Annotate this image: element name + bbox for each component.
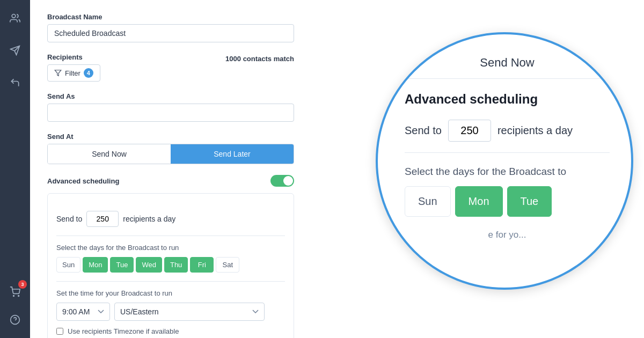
mag-footer-hint: e for yo...: [405, 230, 610, 240]
mag-send-to-row: Send to recipients a day: [405, 120, 610, 153]
mag-send-to-prefix: Send to: [405, 124, 442, 137]
cart-icon[interactable]: 3: [5, 282, 25, 302]
svg-point-0: [12, 14, 16, 18]
send-as-input[interactable]: [47, 104, 294, 122]
checkbox-row: Use recipients Timezone if available: [56, 327, 285, 335]
filter-button[interactable]: Filter 4: [47, 64, 100, 82]
mag-title: Advanced scheduling: [405, 92, 610, 107]
filter-label: Filter: [65, 69, 80, 77]
advanced-section-content: Send to recipients a day Select the days…: [47, 193, 294, 338]
days-selector: SunMonTueWedThuFriSat: [56, 257, 285, 273]
day-btn-tue[interactable]: Tue: [110, 257, 134, 273]
day-btn-thu[interactable]: Thu: [164, 257, 188, 273]
users-icon[interactable]: [5, 9, 25, 28]
time-label: Set the time for your Broadcast to run: [56, 289, 285, 297]
timezone-select[interactable]: US/Eastern US/Pacific US/Central: [114, 303, 265, 321]
help-icon[interactable]: [5, 310, 25, 329]
mag-days-section: Select the days for the Broadcast to Sun…: [405, 166, 610, 217]
days-label: Select the days for the Broadcast to run: [56, 244, 285, 252]
mag-day-btn-sun[interactable]: Sun: [405, 186, 451, 217]
mag-send-to-suffix: recipients a day: [497, 124, 573, 137]
mag-send-to-input[interactable]: [448, 120, 491, 142]
svg-marker-7: [55, 70, 61, 76]
send-to-suffix: recipients a day: [123, 215, 175, 223]
timezone-checkbox-label: Use recipients Timezone if available: [68, 327, 179, 335]
mag-days-label: Select the days for the Broadcast to: [405, 166, 610, 178]
time-row: 9:00 AM 10:00 AM 11:00 AM US/Eastern US/…: [56, 303, 285, 321]
toggle-thumb: [283, 176, 293, 186]
filter-icon: [54, 69, 62, 77]
broadcast-name-label: Broadcast Name: [47, 13, 627, 21]
svg-point-4: [18, 296, 19, 297]
mag-send-now: Send Now: [405, 56, 610, 79]
sidebar: 3: [0, 0, 30, 338]
recipients-count: 1000 contacts match: [225, 55, 294, 63]
send-at-toggle: Send Now Send Later: [47, 144, 294, 164]
filter-count-badge: 4: [84, 68, 93, 78]
magnify-content: Send Now Advanced scheduling Send to rec…: [378, 34, 631, 288]
advanced-scheduling-label: Advanced scheduling: [47, 177, 119, 185]
cart-badge: 3: [18, 280, 27, 289]
send-later-button[interactable]: Send Later: [171, 144, 294, 164]
day-btn-sun[interactable]: Sun: [56, 257, 80, 273]
mag-day-btn-mon[interactable]: Mon: [455, 186, 503, 217]
time-select[interactable]: 9:00 AM 10:00 AM 11:00 AM: [56, 303, 110, 321]
send-to-prefix: Send to: [56, 215, 82, 223]
day-btn-sat[interactable]: Sat: [216, 257, 239, 273]
main-content: Broadcast Name Recipients 1000 contacts …: [30, 0, 644, 338]
timezone-checkbox[interactable]: [56, 328, 63, 335]
day-btn-fri[interactable]: Fri: [190, 257, 214, 273]
day-btn-wed[interactable]: Wed: [136, 257, 162, 273]
reply-icon[interactable]: [5, 73, 25, 92]
mag-days-row: SunMonTue: [405, 186, 610, 217]
send-to-row: Send to recipients a day: [56, 211, 285, 227]
send-icon[interactable]: [5, 41, 25, 60]
mag-day-btn-tue[interactable]: Tue: [507, 186, 552, 217]
day-btn-mon[interactable]: Mon: [83, 257, 108, 273]
advanced-toggle[interactable]: On: [270, 175, 294, 187]
magnify-overlay: Send Now Advanced scheduling Send to rec…: [376, 32, 633, 290]
svg-point-3: [13, 296, 14, 297]
send-now-button[interactable]: Send Now: [48, 144, 171, 164]
broadcast-name-input[interactable]: [47, 24, 294, 42]
recipients-label: Recipients: [47, 53, 83, 61]
send-to-input[interactable]: [86, 211, 119, 227]
